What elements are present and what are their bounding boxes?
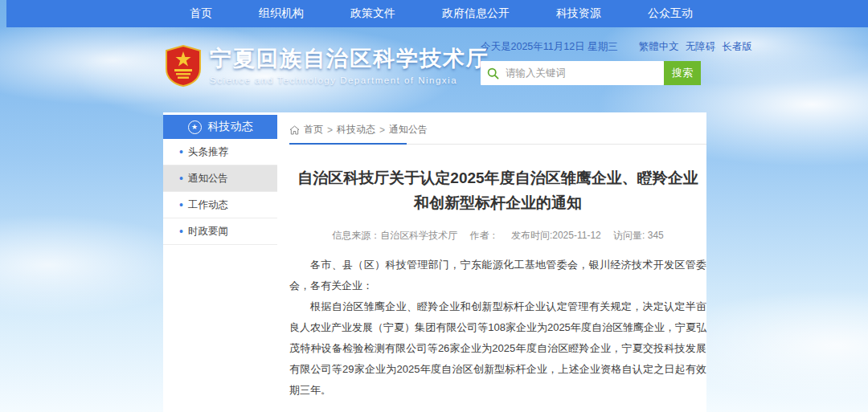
site-header: 宁夏回族自治区科学技术厅 Science and Technology Depa… xyxy=(0,27,868,112)
sidebar-title: 科技动态 xyxy=(208,120,253,134)
nav-item-organization[interactable]: 组织机构 xyxy=(259,6,304,21)
breadcrumb-tech-news[interactable]: 科技动态 xyxy=(337,123,375,137)
article-area: 首页 > 科技动态 > 通知公告 自治区科技厅关于认定2025年度自治区雏鹰企业… xyxy=(289,112,706,412)
meta-author: 作者： xyxy=(470,230,499,241)
sidebar-item-politics-news[interactable]: • 时政要闻 xyxy=(163,218,277,245)
home-icon xyxy=(289,125,300,135)
article-paragraph: 各市、县（区）科技管理部门，宁东能源化工基地管委会，银川经济技术开发区管委会，各… xyxy=(289,255,706,296)
breadcrumb-divider xyxy=(289,143,706,145)
meta-visits: 访问量: 345 xyxy=(613,230,664,241)
nav-item-policy[interactable]: 政策文件 xyxy=(350,6,395,21)
current-date: 今天是2025年11月12日 星期三 xyxy=(481,40,618,54)
sidebar-item-label: 时政要闻 xyxy=(188,225,228,239)
bullet-icon: • xyxy=(179,226,183,237)
breadcrumb-home[interactable]: 首页 xyxy=(304,123,323,137)
sidebar-item-notices[interactable]: • 通知公告 xyxy=(163,165,277,192)
breadcrumb: 首页 > 科技动态 > 通知公告 xyxy=(289,123,706,137)
article-paragraph: 根据自治区雏鹰企业、瞪羚企业和创新型标杆企业认定管理有关规定，决定认定半亩良人农… xyxy=(289,296,706,401)
meta-publish-time: 发布时间:2025-11-12 xyxy=(511,230,601,241)
nav-item-resources[interactable]: 科技资源 xyxy=(556,6,601,21)
article-title: 自治区科技厅关于认定2025年度自治区雏鹰企业、瞪羚企业和创新型标杆企业的通知 xyxy=(297,165,698,215)
search-box[interactable] xyxy=(481,61,664,85)
sidebar-item-work-news[interactable]: • 工作动态 xyxy=(163,192,277,218)
nav-item-interaction[interactable]: 公众互动 xyxy=(648,6,693,21)
star-circle-icon: ★ xyxy=(188,120,202,134)
bullet-icon: • xyxy=(179,173,183,184)
search-row: 搜索 xyxy=(481,61,701,85)
site-title: 宁夏回族自治区科学技术厅 xyxy=(210,47,489,71)
sidebar-menu: ★ 科技动态 • 头条推荐 • 通知公告 • 工作动态 • 时政要闻 xyxy=(163,115,277,245)
search-input[interactable] xyxy=(504,67,664,80)
nav-item-home[interactable]: 首页 xyxy=(190,6,212,21)
senior-version-link[interactable]: 长者版 xyxy=(722,40,752,54)
national-emblem-logo xyxy=(165,45,202,87)
sidebar-item-headlines[interactable]: • 头条推荐 xyxy=(163,139,277,165)
sidebar-item-label: 通知公告 xyxy=(188,172,228,186)
accessibility-link[interactable]: 无障碍 xyxy=(686,40,716,54)
sidebar-header: ★ 科技动态 xyxy=(163,115,277,139)
divider-accent xyxy=(289,143,407,145)
main-content-panel: ★ 科技动态 • 头条推荐 • 通知公告 • 工作动态 • 时政要闻 首页 > … xyxy=(163,112,706,412)
site-title-block: 宁夏回族自治区科学技术厅 Science and Technology Depa… xyxy=(210,47,489,85)
article-body: 各市、县（区）科技管理部门，宁东能源化工基地管委会，银川经济技术开发区管委会，各… xyxy=(289,255,706,401)
header-utilities: 今天是2025年11月12日 星期三 繁體中文 无障碍 长者版 搜索 xyxy=(481,40,701,85)
bullet-icon: • xyxy=(179,199,183,210)
traditional-chinese-link[interactable]: 繁體中文 xyxy=(639,40,679,54)
sidebar-item-label: 工作动态 xyxy=(188,198,228,212)
site-brand[interactable]: 宁夏回族自治区科学技术厅 Science and Technology Depa… xyxy=(165,45,489,87)
sidebar-item-label: 头条推荐 xyxy=(188,145,228,159)
meta-source: 信息来源：自治区科学技术厅 xyxy=(332,230,457,241)
breadcrumb-separator: > xyxy=(379,124,385,136)
breadcrumb-separator: > xyxy=(327,124,333,136)
date-language-row: 今天是2025年11月12日 星期三 繁體中文 无障碍 长者版 xyxy=(481,40,701,54)
article-meta: 信息来源：自治区科学技术厅 作者： 发布时间:2025-11-12 访问量: 3… xyxy=(289,229,706,243)
bullet-icon: • xyxy=(179,146,183,157)
nav-item-gov-info[interactable]: 政府信息公开 xyxy=(442,6,510,21)
search-button[interactable]: 搜索 xyxy=(664,61,701,85)
breadcrumb-notices[interactable]: 通知公告 xyxy=(389,123,428,137)
search-icon xyxy=(487,67,499,80)
site-subtitle: Science and Technology Department of Nin… xyxy=(210,75,489,85)
top-navigation: 首页 组织机构 政策文件 政府信息公开 科技资源 公众互动 xyxy=(6,0,868,27)
